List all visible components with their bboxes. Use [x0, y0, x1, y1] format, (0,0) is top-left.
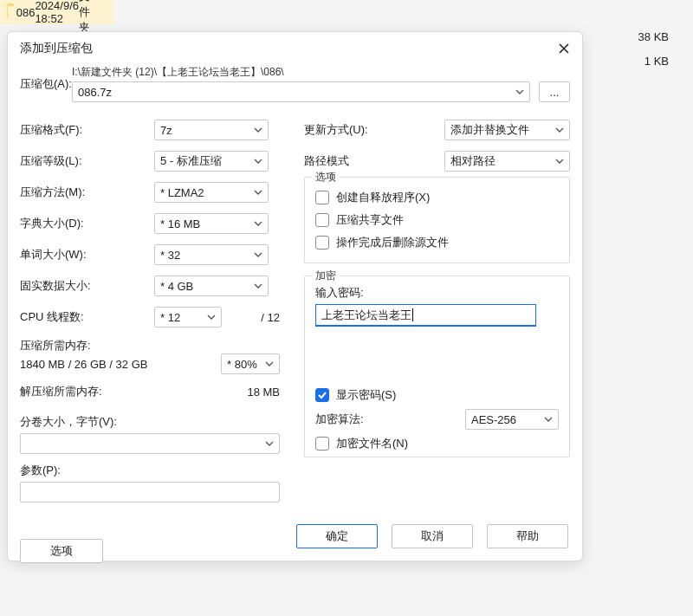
mem-decompress-value: 18 MB [247, 386, 280, 399]
chevron-down-icon [544, 415, 553, 424]
close-button[interactable] [556, 41, 572, 56]
dict-label: 字典大小(D): [20, 216, 154, 231]
file-type: 文件夹 [79, 0, 90, 36]
options-legend: 选项 [312, 170, 340, 185]
checkbox-icon [315, 236, 329, 250]
format-select[interactable]: 7z [154, 120, 269, 140]
options-button[interactable]: 选项 [20, 539, 103, 563]
archive-path-hint: I:\新建文件夹 (12)\【上老王论坛当老王】\086\ [72, 65, 570, 80]
archive-name-combo[interactable]: 086.7z [72, 81, 530, 102]
method-select[interactable]: * LZMA2 [154, 182, 269, 203]
format-label: 压缩格式(F): [20, 122, 154, 138]
dict-select[interactable]: * 16 MB [154, 213, 269, 234]
chevron-down-icon [254, 282, 262, 290]
options-group: 选项 创建自释放程序(X) 压缩共享文件 操作完成后删除源文件 [304, 177, 570, 263]
add-to-archive-dialog: 添加到压缩包 压缩包(A): I:\新建文件夹 (12)\【上老王论坛当老王】\… [7, 31, 583, 561]
method-label: 压缩方法(M): [20, 185, 154, 200]
params-label: 参数(P): [20, 463, 280, 478]
cancel-button[interactable]: 取消 [392, 524, 473, 548]
chevron-down-icon [555, 126, 564, 134]
params-input[interactable] [20, 482, 280, 503]
file-name: 086 [16, 6, 36, 19]
checkbox-icon [315, 213, 329, 227]
split-label: 分卷大小，字节(V): [20, 414, 280, 430]
chevron-down-icon [207, 313, 216, 321]
chevron-down-icon [254, 250, 262, 259]
algo-label: 加密算法: [315, 412, 364, 427]
shared-checkbox-row[interactable]: 压缩共享文件 [315, 209, 559, 231]
browse-button[interactable]: ... [539, 81, 570, 102]
threads-max: / 12 [261, 311, 280, 324]
mem-compress-label: 压缩所需内存: [20, 338, 280, 353]
chevron-down-icon [265, 439, 274, 448]
chevron-down-icon [254, 188, 262, 197]
encryption-group: 加密 输入密码: 上老王论坛当老王 显示密码(S) 加密算法: [304, 276, 570, 457]
folder-icon [7, 6, 8, 18]
chevron-down-icon [555, 157, 564, 165]
word-label: 单词大小(W): [20, 247, 154, 263]
file-row[interactable]: 086 2024/9/6 18:52 文件夹 [0, 0, 114, 24]
threads-select[interactable]: * 12 [154, 307, 222, 327]
password-input[interactable]: 上老王论坛当老王 [315, 304, 536, 327]
solid-select[interactable]: * 4 GB [154, 276, 269, 296]
chevron-down-icon [254, 219, 262, 228]
update-label: 更新方式(U): [304, 122, 408, 138]
archive-name-value: 086.7z [78, 86, 112, 99]
solid-label: 固实数据大小: [20, 278, 154, 294]
help-button[interactable]: 帮助 [487, 524, 568, 548]
path-mode-select[interactable]: 相对路径 [444, 151, 570, 172]
sfx-checkbox-row[interactable]: 创建自释放程序(X) [315, 186, 559, 209]
encryption-legend: 加密 [312, 269, 340, 283]
show-password-checkbox-row[interactable]: 显示密码(S) [315, 384, 559, 406]
checkbox-icon [315, 437, 329, 451]
mem-decompress-label: 解压缩所需内存: [20, 384, 102, 399]
archive-label: 压缩包(A): [20, 76, 72, 92]
chevron-down-icon [254, 157, 262, 165]
mem-percent-select[interactable]: * 80% [221, 353, 280, 374]
encryption-algo-select[interactable]: AES-256 [465, 409, 559, 430]
word-select[interactable]: * 32 [154, 244, 269, 265]
split-size-combo[interactable] [20, 433, 280, 454]
checkbox-icon [315, 388, 329, 402]
update-mode-select[interactable]: 添加并替换文件 [444, 120, 570, 140]
text-cursor [412, 308, 413, 321]
path-mode-label: 路径模式 [304, 153, 408, 169]
checkbox-icon [315, 191, 329, 204]
level-select[interactable]: 5 - 标准压缩 [154, 151, 269, 172]
file-date: 2024/9/6 18:52 [35, 0, 79, 25]
delete-src-checkbox-row[interactable]: 操作完成后删除源文件 [315, 231, 559, 254]
chevron-down-icon [515, 88, 524, 96]
threads-label: CPU 线程数: [20, 309, 154, 325]
level-label: 压缩等级(L): [20, 153, 154, 169]
encrypt-names-checkbox-row[interactable]: 加密文件名(N) [315, 432, 559, 455]
chevron-down-icon [265, 360, 274, 368]
ok-button[interactable]: 确定 [296, 524, 378, 548]
dialog-title: 添加到压缩包 [20, 41, 93, 56]
password-label: 输入密码: [315, 285, 559, 301]
mem-compress-value: 1840 MB / 26 GB / 32 GB [20, 358, 147, 371]
chevron-down-icon [254, 126, 262, 134]
